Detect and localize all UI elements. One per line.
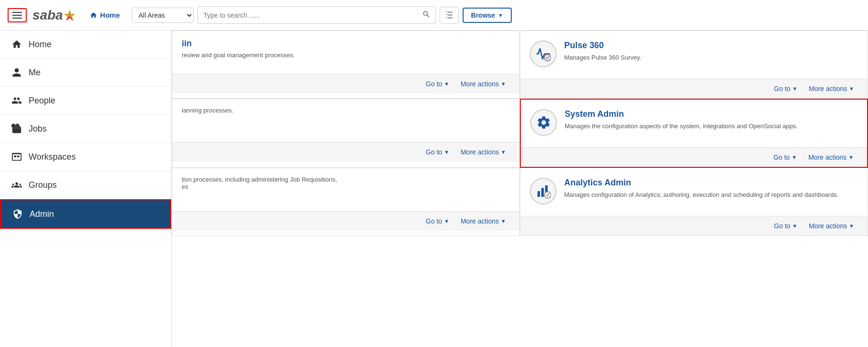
analytics-admin-icon	[536, 184, 551, 199]
people-icon	[11, 95, 22, 106]
more-chevron-icon: ▼	[501, 81, 506, 87]
card-analytics-admin-more[interactable]: More actions ▼	[803, 220, 860, 232]
sidebar-item-groups[interactable]: Groups	[0, 171, 171, 199]
cards-grid: iin review and goal management processes…	[172, 31, 868, 236]
menu-button[interactable]	[8, 8, 27, 22]
bot-left-more-chevron: ▼	[501, 218, 506, 224]
card-system-admin-footer: Go to ▼ More actions ▼	[521, 147, 867, 167]
header: saba Home All Areas	[0, 0, 868, 31]
system-admin-icon	[536, 115, 551, 130]
sidebar-item-people[interactable]: People	[0, 87, 171, 115]
sidebar-item-admin[interactable]: Admin	[0, 199, 171, 229]
sidebar: Home Me People Jobs	[0, 31, 172, 347]
pulse360-icon	[536, 46, 551, 61]
browse-chevron-icon: ▼	[498, 12, 503, 18]
card-analytics-admin-text: Analytics Admin Manages configuration of…	[564, 178, 858, 199]
workspaces-icon	[11, 152, 22, 162]
card-bot-left-goto[interactable]: Go to ▼	[420, 215, 455, 227]
card-system-admin-text: System Admin Manages the configuration a…	[565, 109, 858, 131]
pulse360-more-chevron: ▼	[849, 86, 854, 92]
sidebar-groups-label: Groups	[29, 180, 57, 190]
admin-icon	[12, 209, 23, 219]
card-analytics-admin: Analytics Admin Manages configuration of…	[520, 168, 868, 236]
jobs-icon	[11, 123, 22, 134]
card-system-admin-goto[interactable]: Go to ▼	[768, 152, 803, 163]
card-mid-left-goto[interactable]: Go to ▼	[420, 146, 455, 158]
bot-left-goto-chevron: ▼	[444, 218, 449, 224]
card-top-left-more[interactable]: More actions ▼	[455, 78, 512, 90]
card-bot-left-more[interactable]: More actions ▼	[455, 215, 512, 227]
system-admin-icon-wrap	[530, 109, 557, 136]
browse-button[interactable]: Browse ▼	[463, 8, 512, 23]
mid-left-goto-chevron: ▼	[444, 149, 449, 155]
sidebar-item-workspaces[interactable]: Workspaces	[0, 143, 171, 171]
sidebar-workspaces-label: Workspaces	[29, 152, 76, 162]
home-icon	[11, 39, 22, 50]
sidebar-item-jobs[interactable]: Jobs	[0, 115, 171, 143]
analytics-admin-icon-wrap	[530, 178, 557, 204]
layout: Home Me People Jobs	[0, 31, 868, 347]
card-pulse360-title: Pulse 360	[564, 41, 858, 51]
card-top-left-goto[interactable]: Go to ▼	[420, 78, 455, 90]
card-top-left-footer: Go to ▼ More actions ▼	[172, 74, 519, 93]
card-pulse360-body: Pulse 360 Manages Pulse 360 Survey.	[520, 31, 868, 79]
browse-label: Browse	[471, 11, 496, 19]
sidebar-me-label: Me	[29, 68, 41, 78]
system-admin-goto-chevron: ▼	[792, 154, 797, 160]
card-analytics-admin-desc: Manages configuration of Analytics; auth…	[564, 191, 858, 199]
card-top-left-desc: review and goal management processes.	[182, 51, 510, 59]
mid-left-more-chevron: ▼	[501, 149, 506, 155]
analytics-admin-more-chevron: ▼	[849, 223, 854, 229]
svg-rect-11	[541, 188, 544, 197]
search-box	[197, 6, 436, 24]
card-analytics-admin-footer: Go to ▼ More actions ▼	[520, 216, 868, 235]
card-top-left-title: iin	[182, 39, 510, 49]
system-admin-more-chevron: ▼	[848, 154, 854, 160]
card-analytics-admin-goto[interactable]: Go to ▼	[768, 220, 803, 232]
card-pulse360-goto[interactable]: Go to ▼	[768, 83, 803, 94]
logo-text: saba	[32, 8, 63, 23]
card-system-admin-more[interactable]: More actions ▼	[803, 152, 859, 163]
card-system-admin: System Admin Manages the configuration a…	[520, 99, 868, 168]
card-bot-left-footer: Go to ▼ More actions ▼	[172, 211, 519, 231]
svg-rect-10	[537, 191, 540, 197]
sidebar-admin-label: Admin	[30, 209, 54, 219]
card-analytics-admin-title: Analytics Admin	[564, 178, 858, 188]
search-input[interactable]	[198, 8, 417, 22]
groups-icon	[11, 180, 22, 190]
card-system-admin-desc: Manages the configuration aspects of the…	[565, 122, 858, 131]
card-system-admin-body: System Admin Manages the configuration a…	[521, 100, 867, 147]
logo-star-icon	[63, 9, 76, 22]
card-pulse360-desc: Manages Pulse 360 Survey.	[564, 53, 858, 62]
sidebar-item-home[interactable]: Home	[0, 31, 171, 59]
card-top-left: iin review and goal management processes…	[172, 31, 520, 99]
sidebar-jobs-label: Jobs	[29, 124, 47, 134]
pulse360-goto-chevron: ▼	[792, 86, 797, 92]
card-system-admin-title: System Admin	[565, 109, 858, 119]
card-pulse360-more[interactable]: More actions ▼	[803, 83, 860, 94]
home-nav-label: Home	[100, 11, 120, 19]
card-pulse360-text: Pulse 360 Manages Pulse 360 Survey.	[564, 41, 858, 62]
home-link[interactable]: Home	[90, 11, 120, 19]
search-icon	[422, 10, 431, 19]
home-nav[interactable]: Home	[82, 11, 120, 19]
sidebar-home-label: Home	[29, 40, 52, 50]
area-select[interactable]: All Areas	[132, 8, 194, 23]
card-mid-left-desc: lanning processes.	[182, 107, 510, 114]
sidebar-people-label: People	[29, 96, 55, 106]
card-bot-left-desc: tion processes, including administering …	[182, 176, 510, 190]
search-button[interactable]	[417, 7, 435, 23]
card-mid-left-more[interactable]: More actions ▼	[455, 146, 512, 158]
goto-chevron-icon: ▼	[444, 81, 449, 87]
filter-button[interactable]	[440, 7, 459, 24]
card-mid-left-footer: Go to ▼ More actions ▼	[172, 142, 519, 162]
filter-icon	[445, 10, 454, 19]
sidebar-item-me[interactable]: Me	[0, 59, 171, 87]
analytics-admin-goto-chevron: ▼	[792, 223, 797, 229]
card-pulse360-footer: Go to ▼ More actions ▼	[520, 79, 868, 98]
card-pulse360: Pulse 360 Manages Pulse 360 Survey. Go t…	[520, 31, 868, 99]
main-content: iin review and goal management processes…	[172, 31, 868, 347]
logo: saba	[32, 8, 76, 23]
home-nav-icon	[90, 11, 97, 19]
pulse360-icon-wrap	[530, 41, 557, 67]
